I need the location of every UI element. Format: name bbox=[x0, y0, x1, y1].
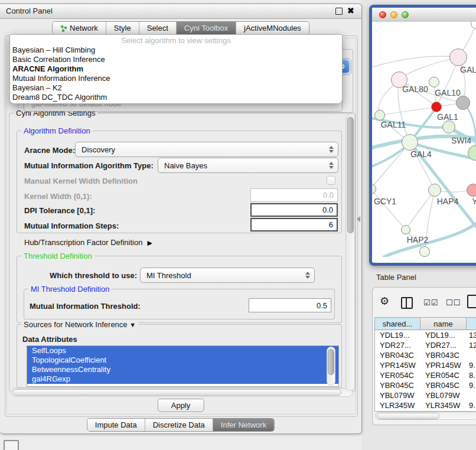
network-node-hap4[interactable] bbox=[428, 184, 441, 197]
table-row[interactable]: YPR145WYPR145W9. bbox=[375, 360, 476, 370]
table-cell: YER054C bbox=[420, 370, 467, 380]
network-canvas[interactable]: GALGAL80GAL10GAL1GAL11SWI4GAL4GCY1HAP4YH… bbox=[372, 22, 476, 257]
apply-button[interactable]: Apply bbox=[158, 399, 204, 412]
column-header-name[interactable]: name bbox=[420, 318, 467, 330]
table-cell: YPR145W bbox=[420, 360, 467, 370]
tab-jactivemnodules[interactable]: jActiveMNodules bbox=[236, 22, 309, 34]
deselect-all-columns-icon[interactable]: ☐☐ bbox=[446, 298, 461, 307]
settings-vertical-scrollbar[interactable] bbox=[345, 114, 355, 390]
zoom-traffic-light[interactable] bbox=[402, 11, 409, 18]
column-header-shared[interactable]: shared... bbox=[375, 318, 420, 330]
table-row[interactable]: YBR045CYBR045C9. bbox=[375, 380, 476, 390]
select-all-columns-icon[interactable]: ☑☑ bbox=[423, 298, 438, 307]
settings-horizontal-scrollbar[interactable] bbox=[11, 388, 353, 397]
settings-scrollbar-thumb[interactable] bbox=[347, 117, 354, 233]
algorithm-option[interactable]: Mutual Information Inference bbox=[10, 74, 342, 83]
tab-discretize-data[interactable]: Discretize Data bbox=[145, 419, 213, 431]
attributes-list-scrollbar[interactable] bbox=[327, 347, 335, 386]
table-cell: YBR045C bbox=[375, 380, 420, 390]
expander-caret-icon: ▶ bbox=[147, 239, 152, 247]
table-cell: 13 bbox=[467, 330, 476, 340]
docked-panel-icon[interactable] bbox=[4, 440, 19, 450]
mi-steps-field[interactable]: 6 bbox=[250, 218, 338, 231]
network-node-gal1[interactable] bbox=[431, 102, 442, 112]
table-row[interactable]: YER054CYER054C8. bbox=[375, 370, 476, 380]
table-row[interactable]: YBL079WYBL079W bbox=[375, 390, 476, 400]
data-attribute-item[interactable]: SelfLoops bbox=[27, 346, 338, 356]
table-row[interactable]: YLR345WYLR345W9. bbox=[375, 400, 476, 410]
network-node-gal80[interactable] bbox=[391, 71, 407, 88]
table-cell: YBR043C bbox=[375, 350, 420, 360]
export-table-icon[interactable] bbox=[467, 295, 476, 308]
table-cell: YBR043C bbox=[420, 350, 467, 360]
mi-steps-label: Mutual Information Steps: bbox=[24, 221, 119, 230]
gear-icon[interactable]: ⚙ bbox=[380, 296, 389, 306]
algorithm-option[interactable]: Bayesian – Hill Climbing bbox=[10, 45, 342, 55]
tab-network[interactable]: Network bbox=[53, 22, 106, 34]
network-node-hap2[interactable] bbox=[401, 225, 410, 234]
tab-label: Network bbox=[70, 24, 98, 32]
data-attribute-item[interactable]: TopologicalCoefficient bbox=[27, 356, 338, 365]
network-node[interactable] bbox=[419, 246, 430, 257]
tab-infer-network[interactable]: Infer Network bbox=[213, 419, 274, 431]
network-node-y[interactable] bbox=[467, 184, 476, 197]
algorithm-option[interactable]: Bayesian – K2 bbox=[10, 83, 342, 93]
attributes-scrollbar-thumb[interactable] bbox=[328, 349, 334, 375]
mi-threshold-field[interactable]: 0.5 bbox=[249, 298, 331, 312]
column-header-A[interactable]: A bbox=[467, 318, 476, 330]
algorithm-dropdown-popup: Select algorithm to view settings Bayesi… bbox=[9, 34, 343, 104]
kernel-width-field[interactable]: 0.0 bbox=[250, 188, 338, 202]
which-threshold-combobox[interactable]: MI Threshold bbox=[140, 268, 315, 283]
cyni-bottom-tabbar: Impute DataDiscretize DataInfer Network bbox=[87, 418, 275, 432]
manual-kernel-width-checkbox[interactable] bbox=[327, 176, 335, 185]
tab-cyni-toolbox[interactable]: Cyni Toolbox bbox=[177, 22, 236, 34]
tab-select[interactable]: Select bbox=[139, 22, 177, 34]
control-panel-title: Control Panel bbox=[6, 6, 53, 15]
table-cell: YPR145W bbox=[375, 360, 420, 370]
table-cell: YDR27... bbox=[375, 340, 420, 350]
algorithm-option[interactable]: Dream8 DC_TDC Algorithm bbox=[10, 93, 342, 102]
network-node[interactable] bbox=[429, 77, 439, 87]
tab-label: Discretize Data bbox=[153, 420, 205, 429]
table-scrollbar-thumb[interactable] bbox=[377, 413, 439, 419]
algorithm-dropdown-placeholder: Select algorithm to view settings bbox=[10, 35, 342, 45]
table-cell: YLR345W bbox=[420, 400, 467, 410]
control-panel-tabbar: NetworkStyleSelectCyni ToolboxjActiveMNo… bbox=[52, 21, 309, 35]
minimize-traffic-light[interactable] bbox=[390, 11, 397, 18]
kernel-width-value: 0.0 bbox=[323, 191, 334, 200]
columns-icon[interactable] bbox=[401, 297, 413, 309]
kernel-width-label: Kernel Width (0,1): bbox=[24, 192, 92, 201]
close-icon[interactable]: ✖ bbox=[347, 6, 354, 15]
algorithm-option[interactable]: Basic Correlation Inference bbox=[10, 55, 342, 64]
control-panel-titlebar: Control Panel ✖ bbox=[0, 4, 361, 19]
mi-algorithm-type-combobox[interactable]: Naive Bayes bbox=[158, 158, 338, 173]
sources-group-title[interactable]: Sources for Network Inference ▼ bbox=[21, 320, 138, 329]
panel-splitter-handle[interactable] bbox=[357, 216, 360, 222]
table-cell: 12 bbox=[467, 340, 476, 350]
close-traffic-light[interactable] bbox=[379, 11, 386, 18]
table-row[interactable]: YBR043CYBR043C bbox=[375, 350, 476, 360]
collapse-caret-icon: ▼ bbox=[129, 321, 136, 328]
table-row[interactable]: YDR27...YDR27...12 bbox=[375, 340, 476, 350]
tab-impute-data[interactable]: Impute Data bbox=[87, 419, 145, 431]
network-node-gal10[interactable] bbox=[456, 96, 470, 110]
table-cell: YBL079W bbox=[420, 390, 467, 400]
float-window-icon[interactable] bbox=[335, 8, 343, 15]
tab-style[interactable]: Style bbox=[106, 22, 139, 34]
network-node-gal[interactable] bbox=[449, 48, 467, 66]
table-horizontal-scrollbar[interactable] bbox=[375, 412, 476, 420]
dpi-tolerance-value: 0.0 bbox=[322, 206, 333, 214]
network-node-gal4[interactable] bbox=[402, 134, 418, 151]
aracne-mode-combobox[interactable]: Discovery bbox=[75, 142, 338, 157]
data-attribute-item[interactable]: BetweennessCentrality bbox=[27, 365, 338, 374]
network-node-gal11[interactable] bbox=[374, 110, 385, 120]
data-attribute-item[interactable]: gal4RGexp bbox=[27, 374, 338, 384]
network-node-swi4[interactable] bbox=[442, 120, 455, 133]
table-row[interactable]: YDL19...YDL19...13 bbox=[375, 330, 476, 340]
algorithm-option[interactable]: ARACNE Algorithm bbox=[10, 64, 342, 74]
dpi-tolerance-field[interactable]: 0.0 bbox=[250, 203, 338, 217]
manual-kernel-width-label: Manual Kernel Width Definition bbox=[24, 177, 138, 185]
hub-transcription-factor-expander[interactable]: Hub/Transcription Factor Definition▶ bbox=[24, 238, 152, 247]
horizontal-scrollbar-thumb[interactable] bbox=[12, 389, 341, 396]
network-window-titlebar[interactable] bbox=[372, 8, 476, 22]
